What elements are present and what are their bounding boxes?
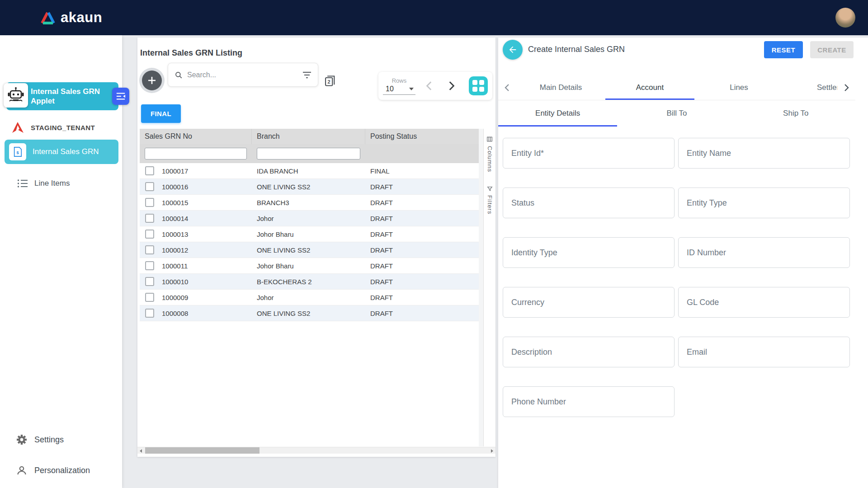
scroll-right-button[interactable] — [489, 447, 495, 454]
filter-branch-input[interactable] — [257, 148, 360, 160]
table-row[interactable]: 1000017 IDA BRANCH FINAL — [140, 163, 479, 179]
entity-details-form — [503, 138, 850, 417]
table-row[interactable]: 1000015 BRANCH3 DRAFT — [140, 195, 479, 211]
topbar: akaun — [0, 0, 868, 35]
row-checkbox[interactable] — [145, 293, 154, 302]
table-row[interactable]: 1000010 B-EKOCHERAS 2 DRAFT — [140, 274, 479, 290]
side-tab-filters[interactable]: Filters — [486, 178, 493, 221]
menu-collapse-icon — [116, 92, 126, 100]
subtab-entity-details[interactable]: Entity Details — [498, 100, 617, 127]
side-tab-columns[interactable]: Columns — [486, 129, 493, 178]
table-row[interactable]: 1000011 Johor Bharu DRAFT — [140, 258, 479, 274]
form-tabs-track: Main Details Account Lines Settler — [516, 75, 837, 100]
row-checkbox[interactable] — [145, 214, 154, 223]
entity-name-field[interactable] — [678, 138, 850, 169]
arrow-back-icon — [508, 45, 518, 55]
scrollbar-thumb[interactable] — [145, 447, 259, 454]
cell-branch: ONE LIVING SS2 — [252, 183, 365, 191]
tabs-scroll-left-button[interactable] — [498, 75, 516, 100]
table-side-panel-tabs: Columns Filters — [483, 129, 495, 446]
row-checkbox[interactable] — [145, 309, 154, 318]
tenant-selector[interactable]: STAGING_TENANT — [11, 118, 95, 136]
reset-button[interactable]: RESET — [764, 41, 803, 58]
sidebar-collapse-button[interactable] — [112, 88, 129, 105]
sidebar-item-internal-sales-grn[interactable]: $ Internal Sales GRN — [5, 140, 118, 164]
subtab-bill-to[interactable]: Bill To — [617, 100, 736, 127]
settings-label: Settings — [34, 435, 64, 445]
table-vertical-scrollbar[interactable] — [479, 129, 483, 446]
table-row[interactable]: 1000009 Johor DRAFT — [140, 290, 479, 305]
cell-branch: Johor — [252, 215, 365, 222]
entity-type-field[interactable] — [678, 188, 850, 218]
column-header-sales-grn-no: Sales GRN No — [140, 129, 252, 144]
phone-number-field[interactable] — [503, 386, 675, 417]
cell-branch: BRANCH3 — [252, 199, 365, 206]
next-page-button[interactable] — [443, 78, 459, 94]
brand-name: akaun — [61, 9, 102, 26]
row-checkbox[interactable] — [145, 182, 154, 191]
add-record-button[interactable] — [142, 70, 162, 90]
status-field[interactable] — [503, 188, 675, 218]
chevron-right-icon — [445, 80, 457, 92]
sidebar-item-line-items[interactable]: Line Items — [0, 174, 122, 193]
scroll-left-button[interactable] — [137, 447, 144, 454]
horizontal-scrollbar[interactable] — [137, 447, 495, 454]
tabs-scroll-right-button[interactable] — [837, 75, 855, 100]
layout-grid-button[interactable] — [469, 76, 488, 95]
row-checkbox[interactable] — [145, 198, 154, 207]
sidebar-item-settings[interactable]: Settings — [0, 430, 122, 450]
brand-logo[interactable]: akaun — [40, 9, 102, 26]
filter-sales-grn-no-input[interactable] — [145, 148, 247, 160]
identity-type-field[interactable] — [503, 237, 675, 268]
cell-sales-grn-no: 1000013 — [162, 230, 188, 238]
cell-sales-grn-no: 1000009 — [162, 294, 188, 301]
gear-icon — [16, 434, 27, 445]
row-checkbox[interactable] — [145, 166, 154, 175]
tab-settlement[interactable]: Settler — [783, 75, 837, 100]
cell-sales-grn-no: 1000008 — [162, 310, 188, 317]
row-checkbox[interactable] — [145, 245, 154, 254]
create-button[interactable]: CREATE — [810, 41, 854, 58]
sidebar-item-personalization[interactable]: Personalization — [0, 460, 122, 480]
table-row[interactable]: 1000014 Johor DRAFT — [140, 211, 479, 226]
back-button[interactable] — [503, 40, 523, 60]
table-row[interactable]: 1000016 ONE LIVING SS2 DRAFT — [140, 179, 479, 195]
side-tab-label: Filters — [486, 195, 493, 214]
tab-lines[interactable]: Lines — [694, 75, 783, 100]
table-row[interactable]: 1000012 ONE LIVING SS2 DRAFT — [140, 242, 479, 258]
row-checkbox[interactable] — [145, 230, 154, 239]
tab-main-details[interactable]: Main Details — [516, 75, 605, 100]
cell-sales-grn-no: 1000017 — [162, 167, 188, 175]
id-number-field[interactable] — [678, 237, 850, 268]
form-tabs: Main Details Account Lines Settler — [498, 75, 855, 100]
rows-per-page-value: 10 — [386, 85, 394, 93]
search-box — [168, 63, 318, 87]
cell-posting-status: DRAFT — [365, 262, 479, 270]
app-root: akaun Internal Sales GRN Applet — [0, 0, 868, 488]
entity-id-field[interactable] — [503, 138, 675, 169]
previous-page-button[interactable] — [422, 78, 437, 94]
chevron-left-icon — [424, 80, 435, 92]
cell-branch: Johor — [252, 294, 365, 301]
tab-account[interactable]: Account — [605, 75, 694, 100]
filter-list-icon[interactable] — [302, 71, 311, 79]
gl-code-field[interactable] — [678, 287, 850, 318]
row-checkbox[interactable] — [145, 261, 154, 270]
table-row[interactable]: 1000013 Johor Bharu DRAFT — [140, 226, 479, 242]
rows-per-page-select[interactable]: Rows 10 — [383, 77, 415, 95]
sales-document-icon: $ — [13, 146, 23, 157]
table-row[interactable]: 1000008 ONE LIVING SS2 DRAFT — [140, 305, 479, 321]
pages-button[interactable]: 2 — [323, 74, 337, 88]
cell-branch: B-EKOCHERAS 2 — [252, 278, 365, 286]
final-filter-button[interactable]: FINAL — [141, 104, 181, 123]
row-checkbox[interactable] — [145, 277, 154, 286]
cell-posting-status: DRAFT — [365, 246, 479, 254]
description-field[interactable] — [503, 337, 675, 367]
user-avatar[interactable] — [835, 8, 855, 28]
cell-sales-grn-no: 1000012 — [162, 246, 188, 254]
applet-title: Internal Sales GRN Applet — [31, 87, 118, 106]
currency-field[interactable] — [503, 287, 675, 318]
subtab-ship-to[interactable]: Ship To — [736, 100, 855, 127]
search-input[interactable] — [187, 71, 298, 79]
email-field[interactable] — [678, 337, 850, 367]
